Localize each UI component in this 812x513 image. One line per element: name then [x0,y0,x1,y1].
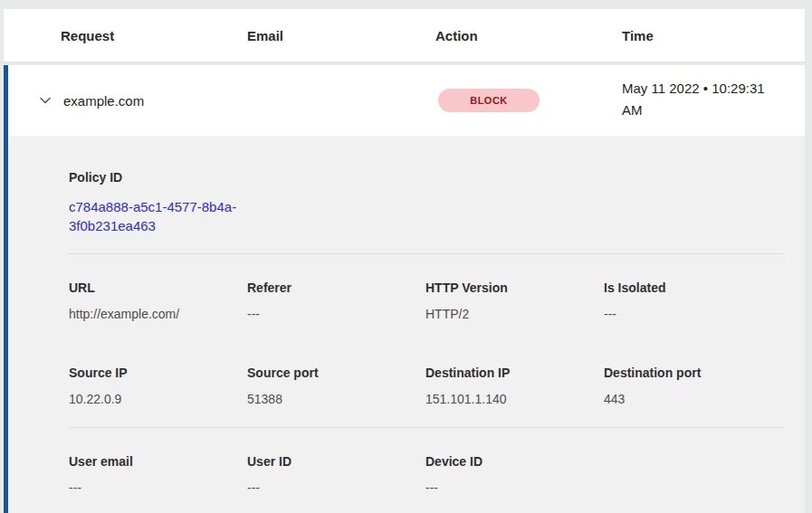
request-domain: example.com [63,93,144,109]
log-table: Request Email Action Time example.com BL… [4,9,805,513]
field-value: 10.22.0.9 [69,391,247,407]
field-label: User email [69,453,247,470]
detail-field-http-version: HTTP Version HTTP/2 [425,280,604,322]
detail-field-destination-port: Destination port 443 [604,365,782,407]
field-label: Source IP [69,365,247,381]
field-value: --- [69,480,247,496]
log-row[interactable]: example.com BLOCK May 11 2022 • 10:29:31… [8,65,805,136]
table-header-row: Request Email Action Time [4,9,805,62]
field-value: HTTP/2 [425,306,604,322]
column-header-action: Action [435,28,622,43]
detail-field-device-id: Device ID --- [425,453,604,496]
field-value: --- [604,306,782,322]
field-label: Device ID [425,453,604,470]
detail-field-is-isolated: Is Isolated --- [604,280,782,322]
policy-id-block: Policy ID c784a888-a5c1-4577-8b4a-3f0b23… [69,169,783,235]
chevron-down-icon[interactable] [38,93,53,108]
detail-field-url: URL http://example.com/ [69,280,247,322]
field-value: --- [247,480,425,496]
action-block-badge: BLOCK [438,89,540,112]
detail-field-source-ip: Source IP 10.22.0.9 [69,365,247,407]
detail-field-referer: Referer --- [247,280,425,322]
field-label: Is Isolated [604,280,782,296]
field-value: 443 [604,391,782,407]
field-label: Referer [247,280,425,296]
detail-divider [69,253,783,254]
column-header-request: Request [61,28,247,43]
column-header-time: Time [622,28,805,43]
field-label: User ID [247,453,425,470]
field-label: URL [69,280,247,296]
policy-id-link[interactable]: c784a888-a5c1-4577-8b4a-3f0b231ea463 [69,197,250,235]
column-header-email: Email [247,28,435,43]
row-detail-panel: Policy ID c784a888-a5c1-4577-8b4a-3f0b23… [8,136,805,513]
field-label: HTTP Version [425,280,604,296]
detail-field-destination-ip: Destination IP 151.101.1.140 [425,365,604,407]
detail-field-user-id: User ID --- [247,453,425,496]
detail-row-http: URL http://example.com/ Referer --- HTTP… [69,280,783,322]
policy-id-label: Policy ID [69,169,783,185]
detail-field-source-port: Source port 51388 [247,365,425,407]
field-label: Destination port [604,365,782,381]
field-value: 151.101.1.140 [425,391,604,407]
field-value: --- [247,306,425,322]
detail-field-user-email: User email --- [69,453,247,496]
field-value: http://example.com/ [69,306,247,322]
detail-field-empty [604,453,782,496]
expanded-row-group: example.com BLOCK May 11 2022 • 10:29:31… [4,65,805,513]
field-value: --- [425,480,604,496]
row-timestamp: May 11 2022 • 10:29:31 AM [622,78,785,121]
detail-row-user: User email --- User ID --- Device ID --- [69,453,783,496]
field-label: Source port [247,365,425,381]
detail-row-network: Source IP 10.22.0.9 Source port 51388 De… [69,365,783,407]
detail-divider [69,427,783,428]
field-label: Destination IP [425,365,604,381]
field-value: 51388 [247,391,425,407]
